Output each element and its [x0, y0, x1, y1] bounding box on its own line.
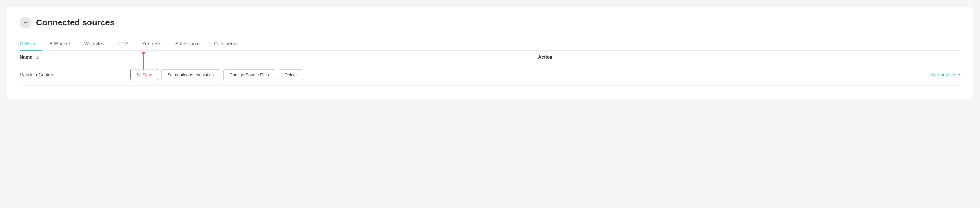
set-translation-button[interactable]: Set continous translation: [161, 69, 220, 80]
sync-button-label: Sync: [143, 72, 152, 77]
col-name-header: Name ⊿: [20, 54, 130, 60]
page-title: Connected sources: [36, 18, 115, 28]
tab-salesforce[interactable]: SalesForce: [168, 37, 207, 51]
back-button[interactable]: ←: [20, 17, 32, 28]
table-row: Random-Content ↻ Sync Set continous tran…: [20, 64, 960, 86]
delete-button[interactable]: Delete: [278, 69, 303, 80]
see-projects-label: See projects: [931, 72, 956, 77]
chevron-down-icon: ∨: [958, 73, 960, 77]
change-source-files-button[interactable]: Change Source Files: [223, 69, 275, 80]
tab-ftp[interactable]: FTP: [111, 37, 135, 51]
sources-table: Name ⊿ Action Random-Content ↻ Sync Set …: [20, 51, 960, 86]
sync-button[interactable]: ↻ Sync: [130, 69, 158, 80]
col-name-label: Name: [20, 54, 32, 60]
tab-bitbucket[interactable]: BitBucket: [42, 37, 77, 51]
row-actions-cell: ↻ Sync Set continous translation Change …: [130, 69, 960, 80]
col-action-header: Action: [130, 54, 960, 60]
tab-zendesk[interactable]: Zendesk: [135, 37, 168, 51]
tab-bar: GitHub BitBucket Websites FTP Zendesk Sa…: [20, 37, 960, 51]
filter-icon[interactable]: ⊿: [35, 55, 39, 60]
sync-icon: ↻: [137, 72, 140, 77]
page-header: ← Connected sources: [20, 17, 960, 28]
tab-websites[interactable]: Websites: [77, 37, 111, 51]
back-icon: ←: [23, 19, 29, 26]
tab-confluence[interactable]: Confluence: [207, 37, 246, 51]
tab-github[interactable]: GitHub: [20, 37, 42, 51]
see-projects-button[interactable]: See projects ∨: [931, 72, 960, 77]
row-name-cell: Random-Content: [20, 72, 130, 77]
table-header: Name ⊿ Action: [20, 51, 960, 64]
